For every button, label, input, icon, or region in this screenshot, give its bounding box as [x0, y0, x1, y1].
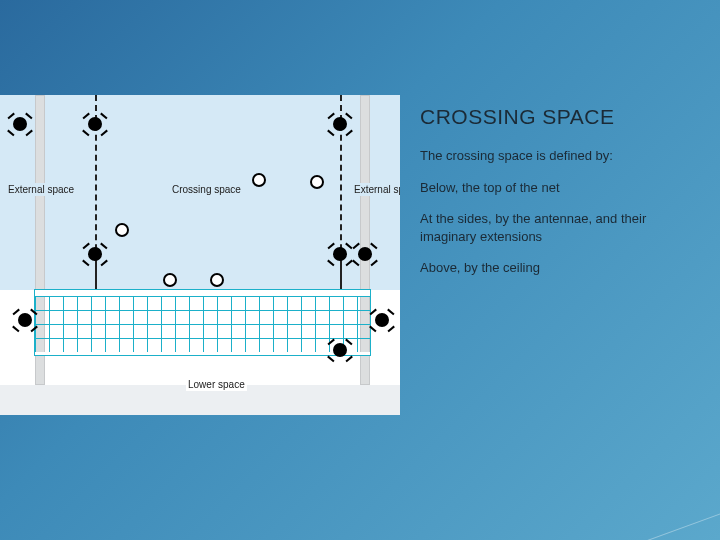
ball-marker-fault [333, 117, 347, 131]
intro-text: The crossing space is defined by: [420, 147, 670, 165]
ball-marker-good [310, 175, 324, 189]
ball-marker-good [210, 273, 224, 287]
ball-marker-fault [18, 313, 32, 327]
label-crossing-space: Crossing space [170, 183, 243, 196]
label-external-right: External space [352, 183, 400, 196]
ball-marker-fault [88, 117, 102, 131]
text-panel: CROSSING SPACE The crossing space is def… [400, 95, 690, 415]
ball-marker-good [115, 223, 129, 237]
label-external-left: External space [6, 183, 76, 196]
definition-above: Above, by the ceiling [420, 259, 670, 277]
label-lower-space: Lower space [186, 378, 247, 391]
slide-content: Crossing space External space External s… [0, 95, 690, 415]
definition-below: Below, the top of the net [420, 179, 670, 197]
ball-marker-fault [333, 343, 347, 357]
volleyball-net-diagram: Crossing space External space External s… [0, 95, 400, 415]
ball-marker-fault [88, 247, 102, 261]
definition-sides: At the sides, by the antennae, and their… [420, 210, 670, 245]
ball-marker-good [252, 173, 266, 187]
ball-marker-fault [333, 247, 347, 261]
net [35, 290, 370, 355]
ball-marker-fault [13, 117, 27, 131]
ball-marker-fault [358, 247, 372, 261]
ball-marker-fault [375, 313, 389, 327]
ball-marker-good [163, 273, 177, 287]
slide-title: CROSSING SPACE [420, 105, 670, 129]
